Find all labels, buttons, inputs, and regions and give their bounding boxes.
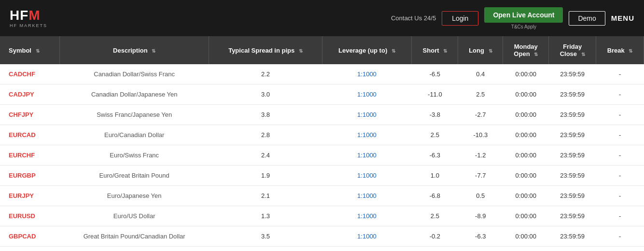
header: HFM HF MARKETS Contact Us 24/5 Login Ope… (0, 0, 644, 36)
col-friday-close[interactable]: FridayClose ⇅ (549, 36, 596, 64)
cell-leverage[interactable]: 1:1000 (322, 125, 412, 145)
cell-description: Great Britain Pound/Swiss Franc (59, 247, 209, 251)
open-live-account-button[interactable]: Open Live Account (484, 7, 563, 23)
cell-break: - (596, 247, 644, 251)
cell-short: -6.3 (412, 145, 458, 166)
col-leverage[interactable]: Leverage (up to) ⇅ (322, 36, 412, 64)
cell-monday-open: 0:00:00 (503, 247, 549, 251)
table-row: GBPCAD Great Britain Pound/Canadian Doll… (0, 226, 644, 247)
cell-friday-close: 23:59:59 (549, 145, 596, 166)
table-row: EURCHF Euro/Swiss Franc 2.4 1:1000 -6.3 … (0, 145, 644, 166)
cell-symbol[interactable]: GBPCHF (0, 247, 59, 251)
cell-symbol[interactable]: EURUSD (0, 206, 59, 226)
cell-short: -0.2 (412, 226, 458, 247)
cell-leverage[interactable]: 1:1000 (322, 186, 412, 206)
cell-spread: 2.4 (209, 145, 322, 166)
symbol-link[interactable]: EURCAD (9, 131, 36, 139)
cell-monday-open: 0:00:00 (503, 105, 549, 125)
cell-friday-close: 23:59:59 (549, 226, 596, 247)
cell-symbol[interactable]: EURJPY (0, 186, 59, 206)
table-row: EURUSD Euro/US Dollar 1.3 1:1000 2.5 -8.… (0, 206, 644, 226)
cell-short: -11.0 (412, 84, 458, 105)
cell-symbol[interactable]: EURGBP (0, 166, 59, 186)
symbol-link[interactable]: EURGBP (9, 172, 36, 179)
cell-symbol[interactable]: EURCAD (0, 125, 59, 145)
symbol-link[interactable]: GBPCAD (9, 233, 36, 240)
cell-long: 0.5 (458, 186, 503, 206)
table-row: EURCAD Euro/Canadian Dollar 2.8 1:1000 2… (0, 125, 644, 145)
cell-long: -1.2 (458, 145, 503, 166)
col-symbol[interactable]: Symbol ⇅ (0, 36, 59, 64)
logo-hf: HF (10, 8, 28, 23)
table-header-row: Symbol ⇅ Description ⇅ Typical Spread in… (0, 36, 644, 64)
cell-leverage[interactable]: 1:1000 (322, 84, 412, 105)
cell-description: Euro/Japanese Yen (59, 186, 209, 206)
symbol-link[interactable]: EURUSD (9, 212, 35, 220)
cell-friday-close: 23:59:59 (549, 166, 596, 186)
cell-leverage[interactable]: 1:1000 (322, 64, 412, 84)
cell-friday-close: 23:59:59 (549, 206, 596, 226)
sort-short-icon: ⇅ (443, 48, 447, 54)
cell-break: - (596, 105, 644, 125)
cell-long: -8.9 (458, 206, 503, 226)
cell-monday-open: 0:00:00 (503, 206, 549, 226)
cell-long: -10.3 (458, 125, 503, 145)
menu-button[interactable]: MENU (611, 14, 634, 22)
table-row: CADJPY Canadian Dollar/Japanese Yen 3.0 … (0, 84, 644, 105)
symbol-link[interactable]: CADCHF (9, 70, 35, 78)
cell-short: -6.8 (412, 186, 458, 206)
cell-description: Great Britain Pound/Canadian Dollar (59, 226, 209, 247)
cell-short: -6.5 (412, 64, 458, 84)
cell-short: 2.5 (412, 125, 458, 145)
cell-symbol[interactable]: CADCHF (0, 64, 59, 84)
col-description[interactable]: Description ⇅ (59, 36, 209, 64)
cell-leverage[interactable]: 1:1000 (322, 166, 412, 186)
cell-symbol[interactable]: CHFJPY (0, 105, 59, 125)
logo: HFM HF MARKETS (10, 9, 47, 28)
cell-friday-close: 23:59:59 (549, 105, 596, 125)
col-short[interactable]: Short ⇅ (412, 36, 458, 64)
cell-break: - (596, 166, 644, 186)
symbol-link[interactable]: EURCHF (9, 152, 35, 159)
cell-monday-open: 0:00:00 (503, 226, 549, 247)
cell-friday-close: 23:59:59 (549, 186, 596, 206)
cell-description: Euro/Great Britain Pound (59, 166, 209, 186)
cell-friday-close: 23:59:59 (549, 84, 596, 105)
cell-spread: 2.8 (209, 125, 322, 145)
cell-leverage[interactable]: 1:1000 (322, 145, 412, 166)
cell-symbol[interactable]: EURCHF (0, 145, 59, 166)
col-monday-open[interactable]: MondayOpen ⇅ (503, 36, 549, 64)
cell-spread: 2.7 (209, 247, 322, 251)
cell-leverage[interactable]: 1:1000 (322, 226, 412, 247)
col-long[interactable]: Long ⇅ (458, 36, 503, 64)
symbol-link[interactable]: CHFJPY (9, 111, 33, 118)
sort-leverage-icon: ⇅ (392, 48, 395, 54)
table-row: GBPCHF Great Britain Pound/Swiss Franc 2… (0, 247, 644, 251)
cell-monday-open: 0:00:00 (503, 125, 549, 145)
cell-monday-open: 0:00:00 (503, 186, 549, 206)
cell-symbol[interactable]: CADJPY (0, 84, 59, 105)
logo-subtitle: HF MARKETS (10, 23, 47, 28)
login-button[interactable]: Login (442, 11, 478, 26)
cell-break: - (596, 125, 644, 145)
table-row: CADCHF Canadian Dollar/Swiss Franc 2.2 1… (0, 64, 644, 84)
cell-friday-close: 23:59:59 (549, 247, 596, 251)
col-spread[interactable]: Typical Spread in pips ⇅ (209, 36, 322, 64)
cell-break: - (596, 206, 644, 226)
symbol-link[interactable]: EURJPY (9, 192, 34, 199)
cell-symbol[interactable]: GBPCAD (0, 226, 59, 247)
cell-monday-open: 0:00:00 (503, 84, 549, 105)
col-break[interactable]: Break ⇅ (596, 36, 644, 64)
demo-button[interactable]: Demo (569, 11, 605, 26)
cell-spread: 1.3 (209, 206, 322, 226)
sort-long-icon: ⇅ (489, 48, 492, 54)
cell-leverage[interactable]: 1:1000 (322, 105, 412, 125)
header-right: Contact Us 24/5 Login Open Live Account … (391, 7, 634, 29)
cell-long: 0.4 (458, 64, 503, 84)
cell-leverage[interactable]: 1:1000 (322, 247, 412, 251)
cell-break: - (596, 64, 644, 84)
symbol-link[interactable]: CADJPY (9, 91, 34, 98)
cell-leverage[interactable]: 1:1000 (322, 206, 412, 226)
cell-break: - (596, 84, 644, 105)
cell-spread: 1.9 (209, 166, 322, 186)
